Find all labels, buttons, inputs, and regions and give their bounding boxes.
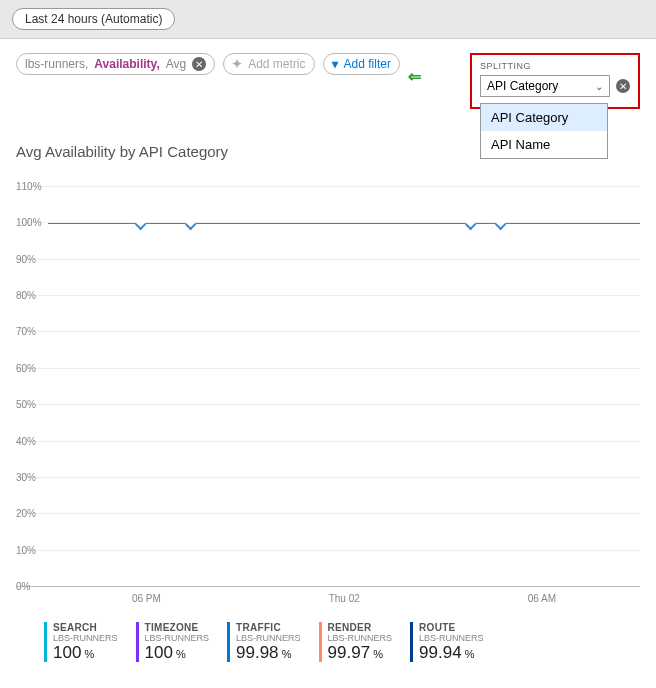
legend-category: SEARCH bbox=[53, 622, 118, 633]
y-tick-label: 110% bbox=[16, 181, 42, 192]
x-axis-labels: 06 PMThu 0206 AM bbox=[48, 593, 640, 604]
y-tick-label: 30% bbox=[16, 471, 36, 482]
y-tick-label: 60% bbox=[16, 362, 36, 373]
chart-dip bbox=[135, 219, 146, 230]
grid-line bbox=[16, 331, 640, 332]
legend-text: TIMEZONE LBS-RUNNERS 100 % bbox=[145, 622, 210, 663]
add-metric-button[interactable]: ✦ Add metric bbox=[223, 53, 314, 75]
legend-value: 100 bbox=[145, 643, 173, 662]
drill-arrow-icon[interactable]: ⇐ bbox=[408, 53, 421, 86]
legend-color-bar bbox=[227, 622, 230, 662]
x-tick-label: 06 AM bbox=[528, 593, 556, 604]
percent-sign: % bbox=[370, 648, 383, 660]
legend-sub: LBS-RUNNERS bbox=[328, 633, 393, 643]
y-tick-label: 40% bbox=[16, 435, 36, 446]
grid-line bbox=[16, 368, 640, 369]
legend-text: ROUTE LBS-RUNNERS 99.94 % bbox=[419, 622, 484, 663]
legend-value: 99.94 bbox=[419, 643, 462, 662]
y-tick-label: 0% bbox=[16, 581, 30, 592]
dropdown-option[interactable]: API Category bbox=[481, 104, 607, 131]
y-tick-label: 100% bbox=[16, 217, 42, 228]
percent-sign: % bbox=[462, 648, 475, 660]
metric-pill[interactable]: lbs-runners, Availability, Avg ✕ bbox=[16, 53, 215, 75]
legend-category: ROUTE bbox=[419, 622, 484, 633]
chart-area: 06 PMThu 0206 AM 110%100%90%80%70%60%50%… bbox=[16, 186, 640, 586]
grid-line bbox=[16, 295, 640, 296]
legend-value: 99.97 bbox=[328, 643, 371, 662]
chevron-down-icon: ⌄ bbox=[595, 81, 603, 92]
filter-row: lbs-runners, Availability, Avg ✕ ✦ Add m… bbox=[16, 53, 640, 109]
legend-color-bar bbox=[410, 622, 413, 662]
legend-category: TRAFFIC bbox=[236, 622, 301, 633]
legend-item[interactable]: TIMEZONE LBS-RUNNERS 100 % bbox=[136, 622, 210, 663]
legend-category: RENDER bbox=[328, 622, 393, 633]
legend-row: SEARCH LBS-RUNNERS 100 % TIMEZONE LBS-RU… bbox=[16, 622, 640, 663]
splitting-selected-value: API Category bbox=[487, 79, 558, 93]
percent-sign: % bbox=[81, 648, 94, 660]
dropdown-option[interactable]: API Name bbox=[481, 131, 607, 158]
legend-item[interactable]: TRAFFIC LBS-RUNNERS 99.98 % bbox=[227, 622, 301, 663]
percent-sign: % bbox=[279, 648, 292, 660]
add-filter-label: Add filter bbox=[344, 57, 391, 71]
chart-dip bbox=[495, 219, 506, 230]
legend-color-bar bbox=[319, 622, 322, 662]
y-tick-label: 80% bbox=[16, 290, 36, 301]
metric-agg: Avg bbox=[166, 57, 186, 71]
splitting-select[interactable]: API Category ⌄ bbox=[480, 75, 610, 97]
legend-item[interactable]: SEARCH LBS-RUNNERS 100 % bbox=[44, 622, 118, 663]
legend-category: TIMEZONE bbox=[145, 622, 210, 633]
add-metric-label: Add metric bbox=[248, 57, 305, 71]
legend-text: TRAFFIC LBS-RUNNERS 99.98 % bbox=[236, 622, 301, 663]
time-range-pill[interactable]: Last 24 hours (Automatic) bbox=[12, 8, 175, 30]
x-tick-label: 06 PM bbox=[132, 593, 161, 604]
legend-value: 100 bbox=[53, 643, 81, 662]
topbar: Last 24 hours (Automatic) bbox=[0, 0, 656, 39]
grid-line bbox=[16, 477, 640, 478]
legend-text: RENDER LBS-RUNNERS 99.97 % bbox=[328, 622, 393, 663]
legend-color-bar bbox=[44, 622, 47, 662]
legend-text: SEARCH LBS-RUNNERS 100 % bbox=[53, 622, 118, 663]
metric-name: Availability, bbox=[94, 57, 159, 71]
grid-line bbox=[16, 186, 640, 187]
plus-icon: ✦ bbox=[232, 57, 242, 71]
legend-sub: LBS-RUNNERS bbox=[236, 633, 301, 643]
legend-sub: LBS-RUNNERS bbox=[53, 633, 118, 643]
x-tick-label: Thu 02 bbox=[329, 593, 360, 604]
y-tick-label: 70% bbox=[16, 326, 36, 337]
legend-item[interactable]: RENDER LBS-RUNNERS 99.97 % bbox=[319, 622, 393, 663]
y-tick-label: 20% bbox=[16, 508, 36, 519]
legend-sub: LBS-RUNNERS bbox=[145, 633, 210, 643]
y-tick-label: 10% bbox=[16, 544, 36, 555]
legend-value: 99.98 bbox=[236, 643, 279, 662]
legend-sub: LBS-RUNNERS bbox=[419, 633, 484, 643]
splitting-panel: SPLITTING API Category ⌄ ✕ API Category … bbox=[470, 53, 640, 109]
close-icon[interactable]: ✕ bbox=[616, 79, 630, 93]
grid-line bbox=[16, 550, 640, 551]
percent-sign: % bbox=[173, 648, 186, 660]
grid-line bbox=[16, 513, 640, 514]
grid-line bbox=[16, 404, 640, 405]
chart-dip bbox=[465, 219, 476, 230]
grid-line bbox=[16, 441, 640, 442]
filter-icon: ▾ bbox=[332, 57, 338, 71]
legend-item[interactable]: ROUTE LBS-RUNNERS 99.94 % bbox=[410, 622, 484, 663]
splitting-label: SPLITTING bbox=[480, 61, 630, 71]
grid-line bbox=[16, 222, 640, 223]
grid-line bbox=[16, 259, 640, 260]
grid-line bbox=[16, 586, 640, 587]
legend-color-bar bbox=[136, 622, 139, 662]
close-icon[interactable]: ✕ bbox=[192, 57, 206, 71]
chart-dip bbox=[185, 219, 196, 230]
metric-resource: lbs-runners, bbox=[25, 57, 88, 71]
y-tick-label: 50% bbox=[16, 399, 36, 410]
splitting-dropdown: API Category API Name bbox=[480, 103, 608, 159]
y-tick-label: 90% bbox=[16, 253, 36, 264]
add-filter-button[interactable]: ▾ Add filter bbox=[323, 53, 400, 75]
main-panel: lbs-runners, Availability, Avg ✕ ✦ Add m… bbox=[0, 39, 656, 688]
